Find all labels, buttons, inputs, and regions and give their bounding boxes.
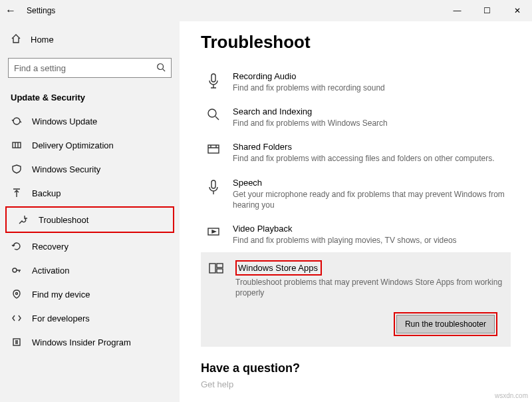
svg-rect-5: [211, 74, 215, 82]
sidebar-item-label: Backup: [32, 188, 61, 198]
svg-rect-7: [208, 145, 219, 153]
get-help-link[interactable]: Get help: [201, 379, 511, 389]
sidebar-item-troubleshoot[interactable]: Troubleshoot: [7, 208, 173, 232]
speech-icon: [205, 178, 222, 210]
developer-icon: [11, 313, 23, 323]
sidebar-item-label: Find my device: [32, 290, 90, 300]
recovery-icon: [11, 241, 23, 252]
location-icon: [11, 289, 23, 300]
apps-icon: [207, 260, 225, 298]
home-label: Home: [31, 35, 54, 45]
troubleshoot-item-windows-store-apps[interactable]: Windows Store Apps Troubleshoot problems…: [207, 260, 504, 302]
insider-icon: [11, 337, 23, 347]
troubleshoot-title: Video Playback: [233, 224, 507, 234]
sync-icon: [11, 116, 23, 126]
troubleshoot-item-selected: Windows Store Apps Troubleshoot problems…: [201, 252, 511, 346]
search-icon: [156, 63, 166, 74]
sidebar-item-windows-security[interactable]: Windows Security: [0, 157, 180, 181]
troubleshoot-title: Windows Store Apps: [238, 263, 318, 273]
troubleshoot-title: Shared Folders: [233, 142, 507, 152]
sidebar-item-label: For developers: [32, 313, 90, 323]
sidebar-item-backup[interactable]: Backup: [0, 181, 180, 205]
troubleshoot-item-speech[interactable]: Speech Get your microphone ready and fix…: [201, 171, 511, 217]
sidebar-item-label: Activation: [32, 266, 69, 276]
backup-icon: [11, 188, 23, 198]
troubleshoot-desc: Find and fix problems with playing movie…: [233, 235, 507, 246]
sidebar-item-windows-insider[interactable]: Windows Insider Program: [0, 330, 180, 354]
title-bar: ← Settings — ☐ ✕: [0, 0, 532, 21]
key-icon: [11, 265, 23, 276]
troubleshoot-item-video-playback[interactable]: Video Playback Find and fix problems wit…: [201, 217, 511, 252]
mic-icon: [205, 71, 222, 93]
sidebar-item-windows-update[interactable]: Windows Update: [0, 109, 180, 133]
search-icon: [205, 106, 222, 128]
svg-rect-11: [217, 264, 223, 268]
watermark: wsxdn.com: [495, 392, 528, 399]
troubleshoot-title: Search and Indexing: [233, 106, 507, 116]
maximize-button[interactable]: ☐: [472, 0, 502, 21]
troubleshoot-item-search-indexing[interactable]: Search and Indexing Find and fix problem…: [201, 100, 511, 135]
back-button[interactable]: ←: [0, 5, 21, 17]
troubleshoot-item-recording-audio[interactable]: Recording Audio Find and fix problems wi…: [201, 65, 511, 100]
video-icon: [205, 224, 222, 246]
search-input[interactable]: Find a setting: [8, 58, 172, 78]
svg-point-2: [13, 268, 17, 272]
svg-rect-12: [217, 269, 223, 273]
home-icon: [11, 33, 21, 46]
svg-point-3: [16, 293, 18, 295]
svg-rect-10: [209, 264, 215, 273]
sidebar-item-for-developers[interactable]: For developers: [0, 306, 180, 330]
sidebar-item-activation[interactable]: Activation: [0, 258, 180, 282]
troubleshoot-desc: Find and fix problems with Windows Searc…: [233, 118, 507, 128]
troubleshoot-desc: Troubleshoot problems that may prevent W…: [235, 277, 504, 298]
sidebar-item-find-my-device[interactable]: Find my device: [0, 282, 180, 306]
troubleshoot-desc: Get your microphone ready and fix proble…: [233, 189, 507, 210]
main-content: Troubleshoot Recording Audio Find and fi…: [180, 0, 532, 402]
category-header: Update & Security: [0, 87, 180, 109]
sidebar-item-home[interactable]: Home: [0, 27, 180, 53]
wrench-icon: [17, 214, 29, 225]
run-troubleshooter-button[interactable]: Run the troubleshooter: [396, 315, 495, 333]
sidebar-item-recovery[interactable]: Recovery: [0, 234, 180, 258]
sidebar: Home Find a setting Update & Security Wi…: [0, 0, 180, 402]
sidebar-item-label: Windows Insider Program: [32, 337, 131, 347]
sidebar-item-label: Troubleshoot: [39, 215, 88, 225]
search-placeholder: Find a setting: [14, 63, 66, 73]
sidebar-item-label: Windows Security: [32, 164, 100, 174]
page-title: Troubleshoot: [201, 32, 511, 53]
delivery-icon: [11, 140, 23, 150]
troubleshoot-desc: Find and fix problems with recording sou…: [233, 83, 507, 93]
shield-icon: [11, 164, 23, 174]
troubleshoot-desc: Find and fix problems with accessing fil…: [233, 153, 507, 164]
folder-icon: [205, 142, 222, 164]
troubleshoot-title: Recording Audio: [233, 71, 507, 81]
window-title: Settings: [27, 6, 55, 15]
have-a-question-heading: Have a question?: [201, 361, 511, 375]
close-button[interactable]: ✕: [502, 0, 532, 21]
svg-rect-1: [13, 142, 21, 148]
minimize-button[interactable]: —: [442, 0, 472, 21]
troubleshoot-item-shared-folders[interactable]: Shared Folders Find and fix problems wit…: [201, 135, 511, 170]
sidebar-item-label: Windows Update: [32, 116, 97, 126]
svg-point-6: [208, 109, 216, 117]
svg-point-0: [158, 63, 164, 69]
sidebar-item-delivery-optimization[interactable]: Delivery Optimization: [0, 133, 180, 157]
svg-rect-8: [211, 180, 215, 188]
troubleshoot-title: Speech: [233, 178, 507, 188]
sidebar-item-label: Recovery: [32, 242, 68, 252]
sidebar-item-label: Delivery Optimization: [32, 140, 114, 150]
